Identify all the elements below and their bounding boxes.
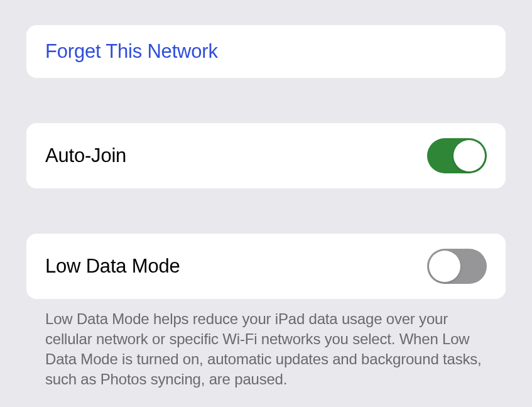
forget-network-button[interactable]: Forget This Network [26,25,506,78]
forget-network-label: Forget This Network [45,40,218,63]
low-data-mode-section: Low Data Mode Low Data Mode helps reduce… [26,234,506,389]
low-data-mode-toggle[interactable] [427,249,487,284]
toggle-knob-icon [429,251,460,282]
auto-join-toggle[interactable] [427,138,487,173]
low-data-mode-row: Low Data Mode [26,234,506,299]
auto-join-row: Auto-Join [26,123,506,188]
low-data-mode-label: Low Data Mode [45,255,180,278]
auto-join-label: Auto-Join [45,144,126,167]
auto-join-section: Auto-Join [26,123,506,188]
low-data-mode-description: Low Data Mode helps reduce your iPad dat… [26,299,506,389]
forget-network-section: Forget This Network [26,25,506,78]
toggle-knob-icon [453,140,485,171]
